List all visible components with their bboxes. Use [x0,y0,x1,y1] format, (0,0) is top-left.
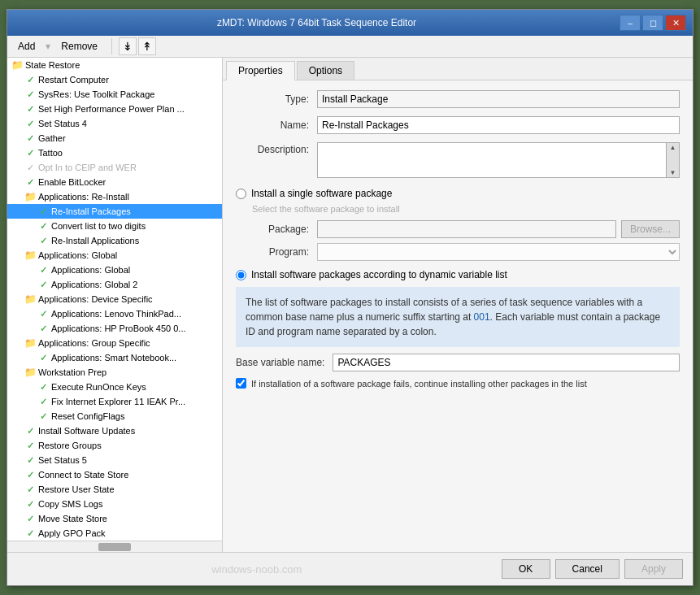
tree-item-workstation-prep[interactable]: 📁Workstation Prep [7,365,222,380]
tree-label-apply-gpo-pack: Apply GPO Pack [38,528,106,538]
tree-label-move-state-store: Move State Store [38,514,107,523]
tree-icon-reset-configflags: ✓ [37,410,50,423]
cancel-button[interactable]: Cancel [555,559,620,579]
tree-item-apps-lenovo[interactable]: ✓Applications: Lenovo ThinkPad... [7,306,222,321]
description-input[interactable] [318,143,666,177]
tree-item-apps-global3[interactable]: ✓Applications: Global 2 [7,277,222,292]
tree-item-gather[interactable]: ✓Gather [7,131,222,145]
tree-icon-gather: ✓ [24,132,37,145]
program-select-wrap [317,243,680,261]
remove-menu[interactable]: Remove [54,38,105,54]
radio2-label: Install software packages according to d… [251,269,507,280]
tree-label-copy-sms-logs: Copy SMS Logs [38,499,102,509]
horizontal-scrollbar[interactable] [7,541,222,552]
tree-label-tattoo: Tattoo [38,148,63,158]
ok-button[interactable]: OK [502,559,550,579]
info-box: The list of software packages to install… [236,287,680,347]
checkbox-row: If installation of a software package fa… [236,378,680,389]
description-label: Description: [236,142,317,155]
tree-icon-reinstall-packages: ✓ [37,205,50,218]
tree-icon-apply-gpo-pack: ✓ [24,527,37,540]
tree-container[interactable]: 📁State Restore✓Restart Computer✓SysRes: … [7,58,222,541]
main-window: zMDT: Windows 7 64bit Task Sequence Edit… [7,9,693,586]
tree-item-apps-smart[interactable]: ✓Applications: Smart Notebook... [7,350,222,365]
tree-item-ieak[interactable]: ✓Fix Internet Explorer 11 IEAK Pr... [7,394,222,409]
toolbar-icon-1[interactable]: ↡ [119,37,137,55]
tree-label-apps-smart: Applications: Smart Notebook... [51,353,176,363]
tree-item-reinstall-packages[interactable]: ✓Re-Install Packages [7,204,222,219]
radio-single-package[interactable] [236,189,246,199]
tree-item-apps-group[interactable]: 📁Applications: Group Specific [7,336,222,350]
tree-item-restore-user-state[interactable]: ✓Restore User State [7,482,222,497]
tree-item-restore-groups[interactable]: ✓Restore Groups [7,438,222,453]
tree-label-install-sw-updates: Install Software Updates [38,426,135,436]
tree-item-sysres[interactable]: ✓SysRes: Use Toolkit Package [7,87,222,102]
minimize-button[interactable]: – [620,15,641,31]
tree-icon-apps-group: 📁 [24,337,37,350]
tree-items: 📁State Restore✓Restart Computer✓SysRes: … [7,58,222,541]
tree-item-set-status4[interactable]: ✓Set Status 4 [7,116,222,131]
tree-icon-opt-in-ceip: ✓ [24,161,37,174]
scroll-up-arrow[interactable]: ▲ [670,144,676,151]
tree-item-apps-global[interactable]: 📁Applications: Global [7,248,222,263]
tree-label-restore-user-state: Restore User State [38,484,115,494]
toolbar-separator [111,38,112,54]
tree-item-restart-computer[interactable]: ✓Restart Computer [7,72,222,87]
tree-label-sysres: SysRes: Use Toolkit Package [38,89,154,99]
type-value-wrap [317,90,680,108]
tree-item-apply-gpo-pack[interactable]: ✓Apply GPO Pack [7,526,222,541]
description-scrollbar[interactable]: ▲ ▼ [666,143,679,177]
tree-label-ieak: Fix Internet Explorer 11 IEAK Pr... [51,397,185,406]
tree-icon-restore-groups: ✓ [24,439,37,452]
tab-properties[interactable]: Properties [226,61,295,80]
restore-button[interactable]: ◻ [642,15,663,31]
fail-continue-checkbox[interactable] [236,378,246,389]
tree-item-copy-sms-logs[interactable]: ✓Copy SMS Logs [7,497,222,511]
add-menu[interactable]: Add [11,38,42,54]
close-button[interactable]: ✕ [665,15,686,31]
tree-item-apps-device[interactable]: 📁Applications: Device Specific [7,292,222,306]
base-var-input[interactable] [333,354,680,371]
type-input[interactable] [317,90,680,108]
name-input[interactable] [317,116,680,134]
tree-item-state-restore[interactable]: 📁State Restore [7,58,222,72]
tree-item-connect-state-store[interactable]: ✓Connect to State Store [7,467,222,482]
tree-item-runonce[interactable]: ✓Execute RunOnce Keys [7,380,222,394]
tree-item-apps-hp[interactable]: ✓Applications: HP ProBook 450 0... [7,321,222,336]
left-panel: 📁State Restore✓Restart Computer✓SysRes: … [7,58,223,552]
tree-icon-runonce: ✓ [37,380,50,393]
tree-item-high-perf[interactable]: ✓Set High Performance Power Plan ... [7,102,222,116]
title-bar: zMDT: Windows 7 64bit Task Sequence Edit… [7,10,693,36]
tree-label-gather: Gather [38,133,66,143]
tree-item-move-state-store[interactable]: ✓Move State Store [7,511,222,526]
radio-dynamic-list[interactable] [236,270,246,280]
package-input[interactable] [317,220,616,238]
tree-item-tattoo[interactable]: ✓Tattoo [7,145,222,160]
tree-item-apps-global2[interactable]: ✓Applications: Global [7,263,222,277]
apply-button[interactable]: Apply [624,559,683,579]
tree-label-apps-global3: Applications: Global 2 [51,280,137,289]
tree-icon-set-status5: ✓ [24,454,37,467]
toolbar-icon-2[interactable]: ↟ [138,37,156,55]
description-row: Description: ▲ ▼ [236,142,680,178]
radio1-row: Install a single software package [236,188,680,199]
program-select[interactable] [317,243,680,261]
tree-item-install-sw-updates[interactable]: ✓Install Software Updates [7,423,222,438]
tree-icon-high-perf: ✓ [24,102,37,115]
tree-label-high-perf: Set High Performance Power Plan ... [38,104,185,114]
tree-label-enable-bitlocker: Enable BitLocker [38,177,106,187]
tree-item-reinstall-apps[interactable]: ✓Re-Install Applications [7,233,222,248]
tree-label-reinstall-packages: Re-Install Packages [51,206,131,216]
tree-item-enable-bitlocker[interactable]: ✓Enable BitLocker [7,175,222,189]
tab-options[interactable]: Options [297,61,354,80]
scroll-down-arrow[interactable]: ▼ [670,169,676,176]
tree-item-set-status5[interactable]: ✓Set Status 5 [7,453,222,467]
tree-item-reset-configflags[interactable]: ✓Reset ConfigFlags [7,409,222,423]
tree-item-apps-reinstall[interactable]: 📁Applications: Re-Install [7,189,222,204]
tree-label-connect-state-store: Connect to State Store [38,470,128,480]
tree-icon-apps-smart: ✓ [37,351,50,364]
browse-button[interactable]: Browse... [621,220,680,238]
tree-item-opt-in-ceip[interactable]: ✓Opt In to CEIP and WER [7,160,222,175]
tree-item-convert-list[interactable]: ✓Convert list to two digits [7,219,222,233]
toolbar-icons: ↡ ↟ [119,37,156,55]
